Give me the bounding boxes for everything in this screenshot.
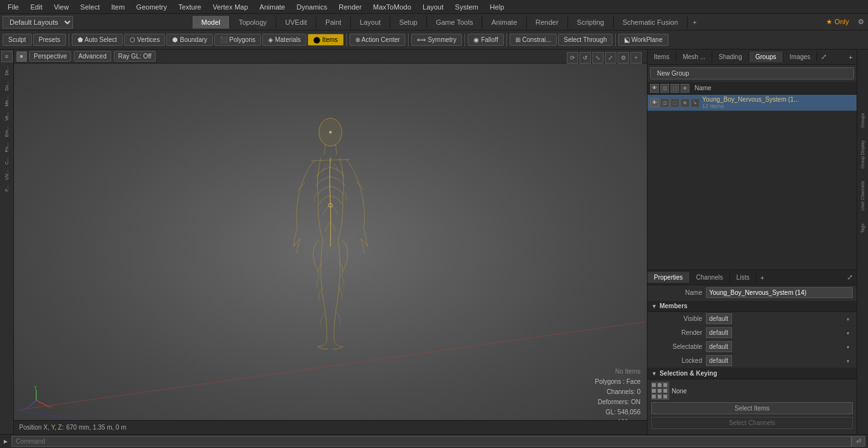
symmetry-btn[interactable]: ⟺ Symmetry <box>411 34 462 46</box>
boundary-btn[interactable]: ⬢ Boundary <box>166 34 213 46</box>
props-tab-channels[interactable]: Channels <box>690 272 730 283</box>
viewport[interactable]: ■ Perspective Advanced Ray GL: Off ⟳ ↺ ⤡… <box>14 50 647 434</box>
tab-setup[interactable]: Setup <box>390 16 427 29</box>
vp-nav-reset[interactable]: ↺ <box>580 52 591 64</box>
menu-maxtomodo[interactable]: MaxToModo <box>368 2 416 12</box>
tab-model[interactable]: Model <box>193 16 230 29</box>
group-render-icon[interactable]: ⬚ <box>670 98 679 107</box>
left-sidebar-label-f[interactable]: F... <box>3 183 10 194</box>
rpanel-tab-mesh[interactable]: Mesh ... <box>676 51 712 62</box>
rpanel-tab-expand[interactable]: ⤢ <box>817 51 831 63</box>
group-item-0[interactable]: 👁 ◫ ⬚ ⊕ ↳ Young_Boy_Nervous_System (1...… <box>648 95 857 111</box>
workplane-btn[interactable]: ⬕ WorkPlane <box>618 34 668 46</box>
left-sidebar-label-me[interactable]: Me... <box>3 94 10 109</box>
command-arrow[interactable]: ► <box>3 438 9 445</box>
group-type-icon[interactable]: ↳ <box>691 98 700 107</box>
tab-animate[interactable]: Animate <box>482 16 526 29</box>
locked-select[interactable]: default <box>706 355 732 366</box>
auto-select-btn[interactable]: ⬟ Auto Select <box>72 34 123 46</box>
menu-geometry[interactable]: Geometry <box>131 2 172 12</box>
right-sidebar-user-channels[interactable]: User Channels <box>860 181 865 210</box>
vp-nav-settings[interactable]: ⚙ <box>618 52 629 64</box>
left-sidebar-label-du[interactable]: Du... <box>3 79 10 93</box>
menu-help[interactable]: Help <box>485 2 510 12</box>
command-execute-btn[interactable]: ⏎ <box>851 436 865 447</box>
tab-gametools[interactable]: Game Tools <box>427 16 483 29</box>
viewport-toggle[interactable]: ■ <box>17 51 27 62</box>
menu-item[interactable]: Item <box>106 2 130 12</box>
star-only[interactable]: ★ Only <box>821 17 854 27</box>
props-tab-add[interactable]: + <box>756 272 768 283</box>
select-through-btn[interactable]: Select Through <box>558 34 613 46</box>
left-sidebar-label-ve[interactable]: Ve... <box>3 109 10 123</box>
menu-vertexmap[interactable]: Vertex Map <box>208 2 254 12</box>
constraint-btn[interactable]: ⊞ Constrai... <box>510 34 557 46</box>
polygons-btn[interactable]: ⬛ Polygons <box>214 34 261 46</box>
group-eye-icon[interactable]: 👁 <box>650 98 659 107</box>
menu-texture[interactable]: Texture <box>173 2 207 12</box>
visible-select[interactable]: default <box>706 313 732 324</box>
left-sidebar-label-po[interactable]: Po... <box>3 140 10 154</box>
left-sidebar-label-c[interactable]: C... <box>3 155 10 167</box>
rpanel-tab-items[interactable]: Items <box>648 51 676 62</box>
menu-layout[interactable]: Layout <box>417 2 449 12</box>
left-sidebar-label-uv[interactable]: UV... <box>3 168 10 182</box>
left-sidebar-label-de[interactable]: De... <box>3 64 10 78</box>
selectable-select[interactable]: default <box>706 341 732 352</box>
left-sidebar-label-em[interactable]: Em... <box>3 124 10 139</box>
menu-render[interactable]: Render <box>334 2 367 12</box>
tab-paint[interactable]: Paint <box>316 16 351 29</box>
select-channels-btn[interactable]: Select Channels <box>651 417 853 429</box>
menu-animate[interactable]: Animate <box>254 2 290 12</box>
layout-dropdown[interactable]: Default Layouts <box>3 16 73 29</box>
vp-nav-expand[interactable]: ⤢ <box>605 52 616 64</box>
menu-system[interactable]: System <box>450 2 484 12</box>
right-sidebar-tags[interactable]: Tags <box>860 224 865 233</box>
vp-nav-rotate[interactable]: ⟳ <box>567 52 578 64</box>
left-sidebar-top-icon[interactable]: ≡ <box>1 51 13 62</box>
vertices-btn[interactable]: ⬡ Vertices <box>124 34 165 46</box>
items-btn[interactable]: ⬤ Items <box>308 34 343 46</box>
name-input[interactable] <box>706 287 853 298</box>
render-select[interactable]: default <box>706 327 732 338</box>
rpanel-tab-images[interactable]: Images <box>783 51 818 62</box>
group-gl-icon[interactable]: ◫ <box>660 98 669 107</box>
menu-select[interactable]: Select <box>75 2 105 12</box>
right-sidebar-group-display[interactable]: Group Display <box>860 140 865 168</box>
select-items-btn[interactable]: Select Items <box>651 402 853 414</box>
menu-file[interactable]: File <box>3 2 24 12</box>
props-tab-lists[interactable]: Lists <box>730 272 757 283</box>
tab-layout[interactable]: Layout <box>351 16 390 29</box>
rpanel-tab-shading[interactable]: Shading <box>712 51 749 62</box>
presets-btn[interactable]: Presets <box>33 34 66 46</box>
members-section-header[interactable]: ▼ Members <box>648 301 857 312</box>
group-lock-icon[interactable]: ⊕ <box>681 98 689 107</box>
tab-topology[interactable]: Topology <box>230 16 276 29</box>
right-sidebar-groups[interactable]: Groups <box>860 113 865 128</box>
vp-nav-zoom[interactable]: ⤡ <box>592 52 604 64</box>
props-expand[interactable]: ⤢ <box>843 271 857 283</box>
new-group-button[interactable]: New Group <box>650 67 854 79</box>
viewport-canvas[interactable]: No Items Polygons : Face Channels: 0 Def… <box>14 64 647 434</box>
advanced-btn[interactable]: Advanced <box>74 51 111 62</box>
rpanel-tab-groups[interactable]: Groups <box>749 51 783 62</box>
settings-btn[interactable]: ⚙ <box>854 15 868 29</box>
materials-btn[interactable]: ◈ Materials <box>262 34 306 46</box>
menu-edit[interactable]: Edit <box>25 2 48 12</box>
command-input[interactable] <box>11 436 851 447</box>
props-tab-properties[interactable]: Properties <box>648 272 690 283</box>
tab-add[interactable]: + <box>688 16 702 29</box>
falloff-btn[interactable]: ◉ Falloff <box>468 34 504 46</box>
menu-dynamics[interactable]: Dynamics <box>292 2 332 12</box>
sculpt-btn[interactable]: Sculpt <box>3 34 32 46</box>
tab-scripting[interactable]: Scripting <box>568 16 614 29</box>
sel-keying-header[interactable]: ▼ Selection & Keying <box>648 368 857 379</box>
rpanel-tab-add[interactable]: + <box>845 51 857 63</box>
tab-uvedit[interactable]: UVEdit <box>276 16 316 29</box>
ray-gl-btn[interactable]: Ray GL: Off <box>114 51 156 62</box>
menu-view[interactable]: View <box>49 2 74 12</box>
vp-nav-add[interactable]: + <box>630 52 642 64</box>
perspective-btn[interactable]: Perspective <box>29 51 71 62</box>
action-center-btn[interactable]: ⊕ Action Center <box>349 34 406 46</box>
tab-render[interactable]: Render <box>527 16 568 29</box>
